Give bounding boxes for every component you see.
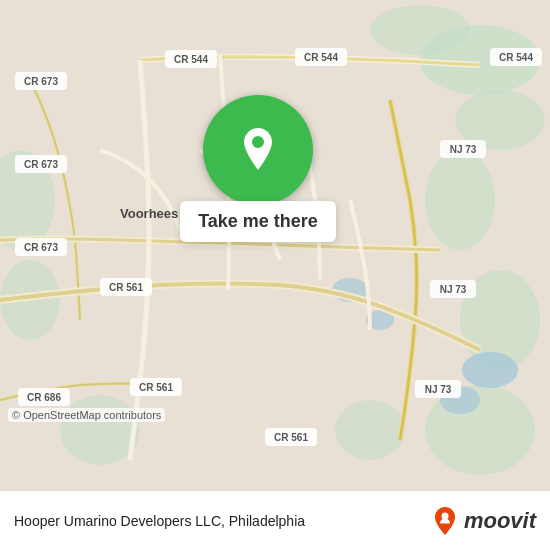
pin-icon <box>240 128 276 172</box>
svg-text:CR 561: CR 561 <box>109 282 143 293</box>
moovit-brand-text: moovit <box>464 508 536 534</box>
svg-text:CR 673: CR 673 <box>24 242 58 253</box>
svg-point-7 <box>335 400 405 460</box>
svg-text:NJ 73: NJ 73 <box>440 284 467 295</box>
svg-point-4 <box>425 150 495 250</box>
svg-point-11 <box>462 352 518 388</box>
location-pin-circle <box>203 95 313 205</box>
svg-text:CR 544: CR 544 <box>174 54 208 65</box>
svg-text:CR 686: CR 686 <box>27 392 61 403</box>
svg-text:NJ 73: NJ 73 <box>450 144 477 155</box>
popup-bubble: Take me there <box>148 95 368 242</box>
svg-point-42 <box>252 136 264 148</box>
svg-text:CR 561: CR 561 <box>139 382 173 393</box>
map-attribution: © OpenStreetMap contributors <box>8 408 165 422</box>
svg-text:CR 544: CR 544 <box>499 52 533 63</box>
svg-text:NJ 73: NJ 73 <box>425 384 452 395</box>
svg-point-43 <box>441 512 448 519</box>
svg-text:CR 561: CR 561 <box>274 432 308 443</box>
bottom-bar: Hooper Umarino Developers LLC, Philadelp… <box>0 490 550 550</box>
location-label: Hooper Umarino Developers LLC, Philadelp… <box>14 513 430 529</box>
moovit-icon <box>430 507 460 535</box>
take-me-there-button[interactable]: Take me there <box>180 201 336 242</box>
moovit-logo: moovit <box>430 507 536 535</box>
svg-text:CR 673: CR 673 <box>24 159 58 170</box>
svg-text:CR 673: CR 673 <box>24 76 58 87</box>
map-container: CR 673 CR 673 CR 673 CR 544 CR 544 CR 54… <box>0 0 550 490</box>
svg-point-2 <box>370 5 470 55</box>
svg-text:CR 544: CR 544 <box>304 52 338 63</box>
svg-point-10 <box>60 395 140 465</box>
